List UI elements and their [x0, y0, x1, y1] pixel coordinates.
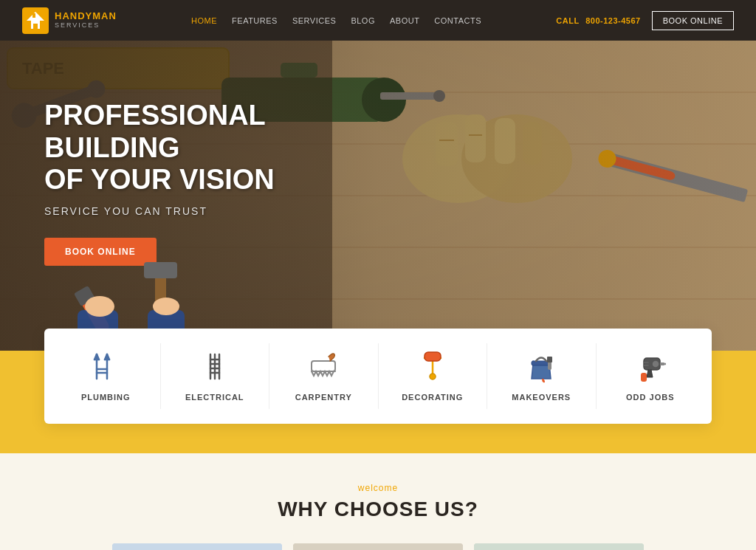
- makeovers-label: MAKEOVERS: [512, 393, 571, 402]
- header-right: CALL 800-123-4567 BOOK ONLINE: [556, 11, 734, 30]
- svg-rect-81: [293, 543, 463, 550]
- service-decorating[interactable]: DECORATING: [379, 343, 488, 409]
- call-info: CALL 800-123-4567: [556, 16, 640, 25]
- svg-point-70: [652, 360, 659, 368]
- logo-text: HANDYMAN SERVICES: [55, 11, 117, 29]
- logo-icon: [22, 7, 49, 34]
- carpentry-label: CARPENTRY: [295, 393, 352, 402]
- nav-services[interactable]: SERVICES: [292, 16, 336, 25]
- svg-rect-74: [112, 543, 282, 550]
- service-plumbing[interactable]: PLUMBING: [52, 343, 161, 409]
- svg-rect-73: [641, 373, 647, 382]
- odd-jobs-label: ODD JOBS: [626, 393, 674, 402]
- nav-features[interactable]: FEATURES: [232, 16, 278, 25]
- svg-point-41: [153, 298, 179, 315]
- book-online-header[interactable]: BOOK ONLINE: [652, 11, 734, 30]
- services-wrapper: PLUMBING ELECTRICAL: [0, 351, 756, 453]
- why-cards: [44, 543, 712, 550]
- carpentry-icon: [307, 351, 340, 384]
- why-welcome: welcome: [44, 483, 712, 493]
- why-title: WHY CHOOSE US?: [44, 498, 712, 521]
- why-choose-section: welcome WHY CHOOSE US?: [0, 453, 756, 550]
- phone-number[interactable]: 800-123-4567: [585, 16, 641, 25]
- svg-point-37: [85, 296, 114, 317]
- logo[interactable]: HANDYMAN SERVICES: [22, 7, 117, 34]
- svg-rect-39: [144, 262, 177, 278]
- electrical-icon: [198, 351, 231, 384]
- why-card-2[interactable]: [293, 543, 463, 550]
- site-header: HANDYMAN SERVICES HOME FEATURES SERVICES…: [0, 0, 756, 41]
- hero-section: TAPE: [0, 41, 756, 351]
- nav-home[interactable]: HOME: [191, 16, 217, 25]
- nav-blog[interactable]: BLOG: [351, 16, 375, 25]
- main-nav: HOME FEATURES SERVICES BLOG ABOUT CONTAC…: [191, 16, 481, 25]
- service-carpentry[interactable]: CARPENTRY: [269, 343, 379, 409]
- why-card-3[interactable]: [474, 543, 644, 550]
- why-card-1[interactable]: [112, 543, 282, 550]
- plumbing-label: PLUMBING: [81, 393, 131, 402]
- decorating-icon: [416, 351, 449, 384]
- service-makeovers[interactable]: MAKEOVERS: [487, 343, 597, 409]
- svg-rect-62: [425, 352, 441, 361]
- service-electrical[interactable]: ELECTRICAL: [161, 343, 270, 409]
- svg-rect-4: [32, 13, 35, 18]
- service-odd-jobs[interactable]: ODD JOBS: [597, 343, 705, 409]
- nav-contacts[interactable]: CONTACTS: [434, 16, 481, 25]
- svg-point-63: [430, 374, 436, 379]
- svg-rect-90: [474, 543, 644, 550]
- makeovers-icon: [525, 351, 558, 384]
- electrical-label: ELECTRICAL: [185, 393, 244, 402]
- svg-rect-66: [547, 357, 552, 362]
- hero-title: PROFESSIONAL BUILDING OF YOUR VISION: [44, 100, 340, 196]
- odd-jobs-icon: [633, 351, 667, 384]
- services-bar: PLUMBING ELECTRICAL: [44, 329, 712, 424]
- plumbing-icon: [89, 351, 123, 384]
- svg-rect-59: [312, 361, 335, 371]
- decorating-label: DECORATING: [402, 393, 463, 402]
- nav-about[interactable]: ABOUT: [390, 16, 419, 25]
- svg-rect-3: [33, 24, 38, 29]
- hero-subtitle: SERVICE YOU CAN TRUST: [44, 205, 340, 217]
